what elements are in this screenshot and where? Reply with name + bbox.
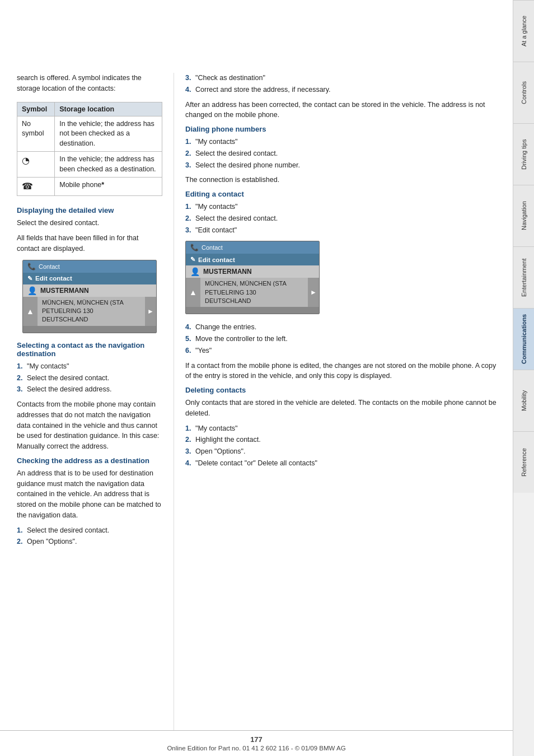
list-text: Select the desired contact.	[195, 213, 502, 224]
sidebar-tab-driving-tips[interactable]: Driving tips	[513, 123, 534, 185]
person-icon: 👤	[27, 286, 37, 295]
list-text: Change the entries.	[195, 322, 502, 333]
table-row: ☎ Mobile phone*	[17, 178, 162, 196]
list-item: 6. "Yes"	[185, 346, 502, 356]
section-editing: Editing a contact 1. "My contacts" 2. Se…	[185, 190, 502, 381]
contact-card-header: 📞 Contact	[23, 260, 156, 273]
contact-name-edit: MUSTERMANN	[203, 268, 252, 276]
deleting-steps-list: 1. "My contacts" 2. Highlight the contac…	[185, 423, 502, 469]
sidebar-tab-mobility[interactable]: Mobility	[513, 370, 534, 431]
sidebar-tab-reference[interactable]: Reference	[513, 431, 534, 493]
list-num: 1.	[17, 361, 27, 372]
section-heading-editing: Editing a contact	[185, 190, 502, 198]
list-item: 3. "Check as destination"	[185, 73, 502, 83]
contact-card-bottom-edit	[186, 307, 319, 314]
list-item: 1. Select the desired contact.	[17, 525, 162, 536]
list-num: 2.	[17, 373, 27, 384]
checking-continued-list: 3. "Check as destination" 4. Correct and…	[185, 73, 502, 95]
sidebar-tab-entertainment[interactable]: Entertainment	[513, 246, 534, 308]
dialing-body: The connection is established.	[185, 175, 502, 185]
table-cell-symbol: ☎	[17, 178, 55, 196]
table-header-storage: Storage location	[55, 102, 162, 116]
sidebar-tab-controls[interactable]: Controls	[513, 62, 534, 123]
list-num: 4.	[185, 458, 195, 469]
selecting-steps-list: 1. "My contacts" 2. Select the desired c…	[17, 361, 162, 395]
edit-contact-label-2: Edit contact	[198, 256, 235, 263]
edit-contact-label: Edit contact	[35, 275, 72, 282]
sidebar: At a glance Controls Driving tips Naviga…	[513, 0, 534, 756]
edit-icon: ✎	[27, 275, 32, 282]
list-text: "Yes"	[195, 346, 502, 356]
list-text: Open "Options".	[195, 446, 502, 457]
contact-header-label: Contact	[39, 263, 60, 270]
section-heading-selecting: Selecting a contact as the navigation de…	[17, 341, 162, 358]
sidebar-tab-navigation[interactable]: Navigation	[513, 185, 534, 246]
list-text: Highlight the contact.	[195, 435, 502, 445]
list-num: 2.	[185, 435, 195, 445]
deleting-body: Only contacts that are stored in the veh…	[185, 398, 502, 419]
list-item: 2. Highlight the contact.	[185, 435, 502, 445]
sidebar-tab-at-a-glance[interactable]: At a glance	[513, 0, 534, 62]
intro-text: search is offered. A symbol indicates th…	[17, 73, 162, 94]
section-checking-continued: 3. "Check as destination" 4. Correct and…	[185, 73, 502, 120]
section-displaying-detailed-view: Displaying the detailed view Select the …	[17, 206, 162, 333]
list-num: 1.	[17, 525, 27, 536]
list-item: 4. "Delete contact "or" Delete all conta…	[185, 458, 502, 469]
editing-steps-list: 1. "My contacts" 2. Select the desired c…	[185, 202, 502, 235]
person-icon-2: 👤	[190, 267, 200, 276]
body-text-display-1: Select the desired contact.	[17, 218, 162, 228]
address-line2: PETUELRING 130	[42, 307, 140, 315]
list-item: 3. Open "Options".	[185, 446, 502, 457]
list-text: Select the desired contact.	[27, 525, 162, 536]
contact-name-row-edit: 👤 MUSTERMANN	[186, 265, 319, 278]
list-item: 5. Move the controller to the left.	[185, 334, 502, 344]
nav-icon-card: ▲	[26, 307, 34, 316]
contact-card-display: 📞 Contact ✎ Edit contact 👤 MUSTERMANN	[22, 260, 157, 333]
list-num: 1.	[185, 202, 195, 212]
footer: 177 Online Edition for Part no. 01 41 2 …	[0, 730, 513, 756]
table-cell-desc: Mobile phone*	[55, 178, 162, 196]
section-checking-address: Checking the address as a destination An…	[17, 456, 162, 547]
selecting-body-text: Contacts from the mobile phone may conta…	[17, 399, 162, 452]
list-item: 2. Select the desired contact.	[185, 148, 502, 159]
dialing-steps-list: 1. "My contacts" 2. Select the desired c…	[185, 137, 502, 170]
list-num: 2.	[185, 213, 195, 224]
sidebar-tab-communications[interactable]: Communications	[513, 308, 534, 370]
contact-name: MUSTERMANN	[40, 287, 89, 295]
address-line1: MÜNCHEN, MÜNCHEN (STA	[42, 298, 140, 307]
list-text: Select the desired contact.	[27, 373, 162, 384]
list-text: Correct and store the address, if necess…	[195, 85, 502, 95]
arrow-right-icon: ►	[147, 307, 154, 315]
edit-address-line1: MÜNCHEN, MÜNCHEN (STA	[205, 279, 303, 288]
section-dialing: Dialing phone numbers 1. "My contacts" 2…	[185, 125, 502, 185]
edit-address-line2: PETUELRING 130	[205, 288, 303, 297]
list-item: 2. Open "Options".	[17, 536, 162, 547]
edit-icon-2: ✎	[190, 256, 195, 263]
footer-text: Online Edition for Part no. 01 41 2 602 …	[11, 745, 502, 752]
list-num: 3.	[185, 225, 195, 236]
list-num: 2.	[185, 148, 195, 159]
table-header-symbol: Symbol	[17, 102, 55, 116]
address-line3: DEUTSCHLAND	[42, 315, 140, 324]
phone-icon: ☎	[22, 181, 33, 191]
editing-steps2-list: 4. Change the entries. 5. Move the contr…	[185, 322, 502, 356]
list-text: Open "Options".	[27, 536, 162, 547]
page-number: 177	[11, 735, 502, 744]
contact-header-icon-edit: 📞	[190, 244, 199, 251]
section-selecting-contact: Selecting a contact as the navigation de…	[17, 341, 162, 452]
edit-contact-title-bar: ✎ Edit contact	[186, 254, 319, 265]
table-row: No symbol In the vehicle; the address ha…	[17, 116, 162, 152]
list-text: "Delete contact "or" Delete all contacts…	[195, 458, 502, 469]
table-cell-symbol: ◔	[17, 152, 55, 178]
list-num: 2.	[17, 536, 27, 547]
list-text: Select the desired address.	[27, 384, 162, 395]
list-num: 1.	[185, 423, 195, 434]
contact-card-bottom	[23, 326, 156, 333]
list-text: "My contacts"	[195, 423, 502, 434]
contact-address: MÜNCHEN, MÜNCHEN (STA PETUELRING 130 DEU…	[38, 297, 145, 326]
list-item: 4. Correct and store the address, if nec…	[185, 85, 502, 95]
list-num: 4.	[185, 85, 195, 95]
table-cell-desc: In the vehicle; the address has been che…	[55, 152, 162, 178]
checking-continued-body: After an address has been corrected, the…	[185, 100, 502, 121]
checking-steps-list: 1. Select the desired contact. 2. Open "…	[17, 525, 162, 548]
